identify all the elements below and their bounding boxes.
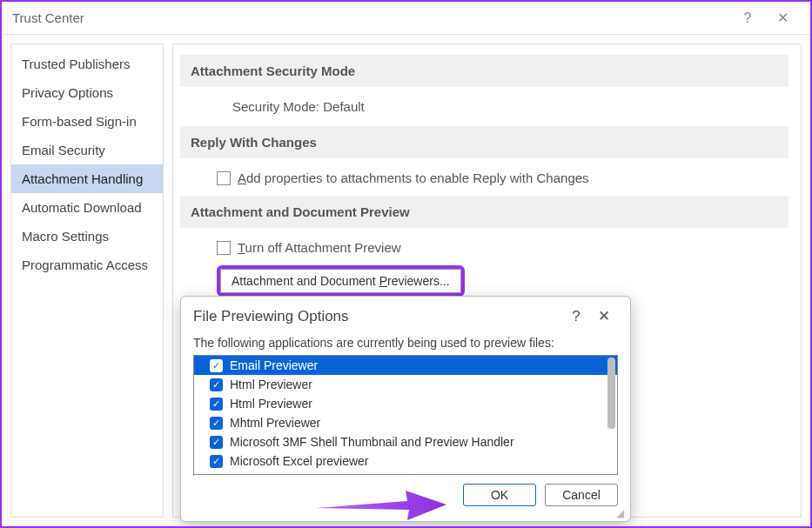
sidebar-item-trusted-publishers[interactable]: Trusted Publishers	[11, 50, 163, 78]
modal-title-text: File Previewing Options	[193, 308, 349, 325]
list-item[interactable]: ✓Html Previewer	[194, 375, 617, 394]
checkmark-icon[interactable]: ✓	[210, 455, 223, 468]
security-mode-value: Security Mode: Default	[180, 96, 789, 126]
checkmark-icon[interactable]: ✓	[210, 359, 223, 372]
modal-description: The following applications are currently…	[193, 332, 618, 355]
list-item-label: Microsoft Excel previewer	[230, 454, 369, 468]
titlebar: Trust Center ? ✕	[2, 2, 810, 35]
sidebar-item-attachment-handling[interactable]: Attachment Handling	[11, 164, 163, 193]
section-header-reply-changes: Reply With Changes	[180, 126, 789, 158]
section-header-security-mode: Attachment Security Mode	[180, 55, 789, 87]
list-item[interactable]: ✓Microsoft Excel previewer	[194, 451, 617, 471]
ok-button[interactable]: OK	[463, 484, 536, 506]
checkmark-icon[interactable]: ✓	[210, 378, 223, 391]
sidebar-item-privacy-options[interactable]: Privacy Options	[11, 78, 163, 107]
window-title: Trust Center	[12, 10, 84, 25]
help-button[interactable]: ?	[730, 10, 765, 26]
list-item[interactable]: ✓Microsoft 3MF Shell Thumbnail and Previ…	[194, 432, 617, 451]
turn-off-preview-checkbox[interactable]	[217, 241, 231, 255]
sidebar: Trusted PublishersPrivacy OptionsForm-ba…	[10, 43, 164, 518]
previewers-button-highlight: Attachment and Document Previewers...	[217, 265, 465, 297]
modal-help-button[interactable]: ?	[562, 308, 590, 325]
previewers-button[interactable]: Attachment and Document Previewers...	[220, 269, 461, 293]
modal-titlebar: File Previewing Options ? ✕	[193, 307, 618, 332]
list-item-label: Html Previewer	[230, 378, 312, 391]
list-item-label: Email Previewer	[230, 358, 318, 372]
modal-close-button[interactable]: ✕	[590, 307, 618, 325]
reply-changes-checkbox-row[interactable]: Add properties to attachments to enable …	[180, 167, 789, 196]
file-previewing-modal: File Previewing Options ? ✕ The followin…	[180, 296, 631, 522]
modal-footer: OK Cancel	[193, 475, 618, 506]
reply-changes-checkbox[interactable]	[217, 171, 231, 185]
sidebar-item-form-based-sign-in[interactable]: Form-based Sign-in	[11, 107, 163, 136]
list-item[interactable]: ✓Mhtml Previewer	[194, 413, 617, 432]
reply-changes-label: Add properties to attachments to enable …	[238, 170, 589, 185]
resize-grip-icon[interactable]: ◢	[616, 507, 627, 518]
listbox-scrollbar[interactable]	[607, 358, 615, 429]
list-item[interactable]: ✓Email Previewer	[194, 356, 617, 375]
previewers-listbox[interactable]: ✓Email Previewer✓Html Previewer✓Html Pre…	[193, 355, 618, 475]
list-item-label: Html Previewer	[230, 397, 312, 411]
turn-off-preview-label: Turn off Attachment Preview	[238, 240, 401, 255]
sidebar-item-macro-settings[interactable]: Macro Settings	[11, 222, 163, 251]
close-button[interactable]: ✕	[765, 10, 800, 26]
list-item-label: Microsoft 3MF Shell Thumbnail and Previe…	[230, 435, 514, 449]
section-header-preview: Attachment and Document Preview	[180, 196, 789, 228]
list-item-label: Mhtml Previewer	[230, 416, 320, 430]
list-item[interactable]: ✓Html Previewer	[194, 394, 617, 413]
checkmark-icon[interactable]: ✓	[210, 436, 223, 449]
turn-off-preview-row[interactable]: Turn off Attachment Preview	[180, 237, 789, 265]
sidebar-item-programmatic-access[interactable]: Programmatic Access	[11, 251, 163, 279]
checkmark-icon[interactable]: ✓	[210, 417, 223, 430]
sidebar-item-email-security[interactable]: Email Security	[11, 136, 163, 164]
sidebar-item-automatic-download[interactable]: Automatic Download	[11, 193, 163, 222]
cancel-button[interactable]: Cancel	[545, 484, 618, 506]
checkmark-icon[interactable]: ✓	[210, 398, 223, 411]
